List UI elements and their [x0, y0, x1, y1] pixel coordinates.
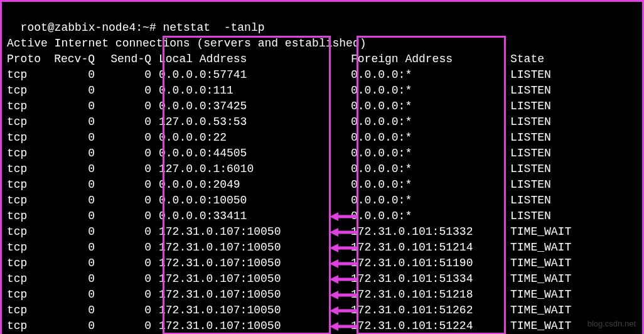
header-sendq: Send-Q	[100, 51, 156, 67]
cell-sendq: 0	[100, 193, 156, 208]
cell-foreign: 0.0.0.0:*	[345, 67, 510, 83]
cell-proto: tcp	[7, 177, 50, 193]
cell-local: 0.0.0.0:111	[156, 83, 345, 99]
prompt-user-host: root@zabbix-node4:~#	[21, 21, 156, 34]
cell-proto: tcp	[7, 83, 50, 99]
cell-recvq: 0	[50, 146, 100, 161]
cell-state: LISTEN	[510, 193, 598, 208]
header-proto: Proto	[7, 51, 50, 67]
cell-foreign: 0.0.0.0:*	[345, 177, 510, 193]
cell-state: LISTEN	[510, 83, 598, 99]
cell-local: 172.31.0.107:10050	[156, 318, 345, 334]
table-row: tcp000.0.0.0:445050.0.0.0:*LISTEN	[7, 146, 637, 161]
cell-proto: tcp	[7, 271, 50, 287]
cell-foreign: 0.0.0.0:*	[345, 114, 510, 130]
cell-local: 172.31.0.107:10050	[156, 287, 345, 303]
cell-sendq: 0	[100, 99, 156, 114]
cell-proto: tcp	[7, 99, 50, 114]
cell-foreign: 0.0.0.0:*	[345, 99, 510, 114]
cell-proto: tcp	[7, 146, 50, 161]
cell-state: TIME_WAIT	[510, 240, 598, 256]
cell-recvq: 0	[50, 177, 100, 193]
table-row: tcp000.0.0.0:20490.0.0.0:*LISTEN	[7, 177, 637, 193]
header-recvq: Recv-Q	[50, 51, 100, 67]
cell-recvq: 0	[50, 256, 100, 271]
cell-local: 0.0.0.0:10050	[156, 193, 345, 208]
cell-foreign: 172.31.0.101:51218	[345, 287, 510, 303]
table-row: tcp00127.0.0.1:60100.0.0.0:*LISTEN	[7, 161, 637, 177]
cell-sendq: 0	[100, 303, 156, 318]
cell-foreign: 172.31.0.101:51214	[345, 240, 510, 256]
cell-state: LISTEN	[510, 208, 598, 224]
cell-sendq: 0	[100, 224, 156, 240]
cell-local: 0.0.0.0:33411	[156, 208, 345, 224]
header-state: State	[510, 51, 598, 67]
cell-recvq: 0	[50, 83, 100, 99]
terminal-prompt[interactable]: root@zabbix-node4:~# netstat -tanlp	[7, 4, 637, 36]
cell-state: TIME_WAIT	[510, 303, 598, 318]
cell-foreign: 0.0.0.0:*	[345, 208, 510, 224]
cell-recvq: 0	[50, 208, 100, 224]
table-row: tcp00172.31.0.107:10050172.31.0.101:5119…	[7, 256, 637, 271]
cell-recvq: 0	[50, 130, 100, 146]
cell-recvq: 0	[50, 240, 100, 256]
cell-foreign: 0.0.0.0:*	[345, 83, 510, 99]
table-row: tcp000.0.0.0:334110.0.0.0:*LISTEN	[7, 208, 637, 224]
cell-proto: tcp	[7, 193, 50, 208]
cell-foreign: 172.31.0.101:51334	[345, 271, 510, 287]
table-row: tcp00172.31.0.107:10050172.31.0.101:5121…	[7, 287, 637, 303]
cell-foreign: 0.0.0.0:*	[345, 146, 510, 161]
cell-local: 0.0.0.0:44505	[156, 146, 345, 161]
cell-sendq: 0	[100, 83, 156, 99]
header-local: Local Address	[156, 51, 345, 67]
table-row: tcp000.0.0.0:577410.0.0.0:*LISTEN	[7, 67, 637, 83]
cell-proto: tcp	[7, 256, 50, 271]
cell-proto: tcp	[7, 318, 50, 334]
cell-proto: tcp	[7, 224, 50, 240]
cell-local: 0.0.0.0:2049	[156, 177, 345, 193]
cell-local: 172.31.0.107:10050	[156, 224, 345, 240]
cell-sendq: 0	[100, 287, 156, 303]
cell-recvq: 0	[50, 303, 100, 318]
table-row: tcp00172.31.0.107:10050172.31.0.101:5122…	[7, 318, 637, 334]
cell-state: TIME_WAIT	[510, 318, 598, 334]
cell-local: 172.31.0.107:10050	[156, 240, 345, 256]
cell-recvq: 0	[50, 287, 100, 303]
table-row: tcp00172.31.0.107:10050172.31.0.101:5121…	[7, 240, 637, 256]
cell-recvq: 0	[50, 99, 100, 114]
cell-sendq: 0	[100, 208, 156, 224]
cell-local: 127.0.0.53:53	[156, 114, 345, 130]
table-row: tcp00172.31.0.107:10050172.31.0.101:5133…	[7, 224, 637, 240]
cell-state: TIME_WAIT	[510, 256, 598, 271]
cell-state: LISTEN	[510, 67, 598, 83]
table-row: tcp000.0.0.0:220.0.0.0:*LISTEN	[7, 130, 637, 146]
cell-state: TIME_WAIT	[510, 224, 598, 240]
cell-recvq: 0	[50, 114, 100, 130]
cell-state: LISTEN	[510, 146, 598, 161]
table-row: tcp00172.31.0.107:10050172.31.0.101:5133…	[7, 271, 637, 287]
cell-local: 0.0.0.0:57741	[156, 67, 345, 83]
cell-sendq: 0	[100, 256, 156, 271]
watermark: blog.csdn.net	[588, 316, 636, 331]
cell-sendq: 0	[100, 177, 156, 193]
cell-local: 172.31.0.107:10050	[156, 271, 345, 287]
cell-state: TIME_WAIT	[510, 271, 598, 287]
cell-foreign: 172.31.0.101:51332	[345, 224, 510, 240]
cell-foreign: 0.0.0.0:*	[345, 130, 510, 146]
cell-sendq: 0	[100, 130, 156, 146]
cell-sendq: 0	[100, 146, 156, 161]
table-row: tcp00127.0.0.53:530.0.0.0:*LISTEN	[7, 114, 637, 130]
cell-local: 172.31.0.107:10050	[156, 303, 345, 318]
cell-sendq: 0	[100, 240, 156, 256]
cell-foreign: 0.0.0.0:*	[345, 161, 510, 177]
table-row: tcp000.0.0.0:374250.0.0.0:*LISTEN	[7, 99, 637, 114]
cell-local: 0.0.0.0:37425	[156, 99, 345, 114]
cell-proto: tcp	[7, 208, 50, 224]
cell-recvq: 0	[50, 224, 100, 240]
table-row: tcp000.0.0.0:100500.0.0.0:*LISTEN	[7, 193, 637, 208]
table-row: tcp000.0.0.0:1110.0.0.0:*LISTEN	[7, 83, 637, 99]
cell-local: 0.0.0.0:22	[156, 130, 345, 146]
cell-recvq: 0	[50, 67, 100, 83]
cell-recvq: 0	[50, 271, 100, 287]
cell-recvq: 0	[50, 318, 100, 334]
